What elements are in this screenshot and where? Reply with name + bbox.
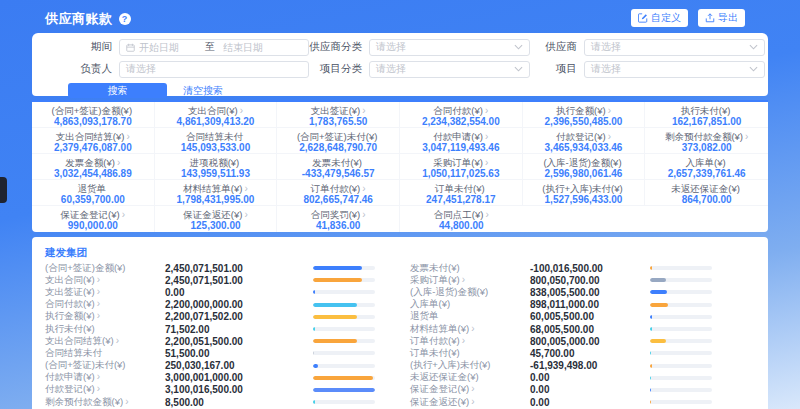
supplier-category-select[interactable]: 请选择 xyxy=(369,39,530,56)
end-date-input[interactable] xyxy=(223,42,281,53)
metric-bar xyxy=(650,339,712,343)
stat-cell: (合同+签证)金额(¥) 4,863,093,178.70 xyxy=(32,102,155,128)
group-name-link[interactable]: 建发集团 xyxy=(45,246,87,260)
stat-value: 3,465,934,033.46 xyxy=(523,142,645,154)
metric-value: 800,050,700.00 xyxy=(530,275,650,286)
chevron-right-icon: › xyxy=(471,383,474,394)
stat-value: 41,836.00 xyxy=(277,220,399,232)
metric-bar xyxy=(313,278,375,282)
metric-row[interactable]: 支出合同结算(¥)› 2,200,051,500.00 xyxy=(45,335,375,347)
stat-cell[interactable]: 保证金登记(¥)› 990,000.00 xyxy=(32,206,155,232)
chevron-right-icon: › xyxy=(116,335,119,346)
chevron-right-icon: › xyxy=(125,396,128,407)
stat-cell[interactable]: 材料结算单(¥)› 1,798,431,995.00 xyxy=(155,180,278,206)
metric-column-left: (合同+签证)金额(¥) 2,450,071,501.00 支出合同(¥)› 2… xyxy=(45,262,375,409)
chevron-right-icon: › xyxy=(117,157,120,168)
manager-label: 负责人 xyxy=(32,62,119,76)
project-category-select[interactable]: 请选择 xyxy=(369,61,530,78)
metric-label: 发票未付(¥) xyxy=(410,262,530,275)
stat-label: 剩余预付款金额(¥)› xyxy=(645,131,768,142)
metric-label: 付款登记(¥)› xyxy=(45,383,165,396)
stat-cell: 退货单 60,359,700.00 xyxy=(32,180,155,206)
manager-select[interactable]: 请选择 xyxy=(119,61,309,78)
search-button[interactable]: 搜索 xyxy=(68,83,167,98)
metric-row[interactable]: 订单付款(¥)› 800,005,000.00 xyxy=(410,335,712,347)
start-date-input[interactable] xyxy=(139,42,197,53)
metric-value: 0.00 xyxy=(530,372,650,383)
stat-cell[interactable]: 支出签证(¥)› 1,783,765.50 xyxy=(277,102,400,128)
metric-row[interactable]: 付款登记(¥)› 3,100,016,500.00 xyxy=(45,384,375,396)
project-select[interactable]: 请选择 xyxy=(584,61,765,78)
sidebar-collapse-handle[interactable] xyxy=(0,177,7,203)
stat-cell[interactable]: 订单付款(¥)› 802,665,747.46 xyxy=(277,180,400,206)
metric-label: 采购订单(¥)› xyxy=(410,274,530,287)
stat-cell[interactable]: 付款登记(¥)› 3,465,934,033.46 xyxy=(523,128,646,154)
metric-value: 2,200,071,502.00 xyxy=(165,311,313,322)
stat-cell[interactable]: 合同点工(¥)› 44,800.00 xyxy=(400,206,523,232)
metric-bar xyxy=(650,278,712,282)
stat-label: 付款登记(¥)› xyxy=(523,131,645,142)
metric-row: 未返还保证金(¥) 0.00 xyxy=(410,372,712,384)
metric-value: 60,005,500.00 xyxy=(530,311,650,322)
filter-panel: 期间 至 供应商分类 请选择 供应商 请选择 负责人 xyxy=(32,33,768,96)
stat-cell: 发票未付(¥) -433,479,546.57 xyxy=(277,154,400,180)
metric-value: 68,005,500.00 xyxy=(530,324,650,335)
supplier-select[interactable]: 请选择 xyxy=(584,39,765,56)
stat-cell[interactable]: 付款申请(¥)› 3,047,119,493.46 xyxy=(400,128,523,154)
stat-value: 864,700.00 xyxy=(645,194,768,206)
metric-row: (执行+入库)未付(¥) -61,939,498.00 xyxy=(410,360,712,372)
metric-label: 订单未付(¥) xyxy=(410,347,530,360)
metric-label: 订单付款(¥)› xyxy=(410,335,530,348)
stat-cell[interactable]: 执行金额(¥)› 2,396,550,485.00 xyxy=(523,102,646,128)
stat-cell[interactable]: 发票金额(¥)› 3,032,454,486.89 xyxy=(32,154,155,180)
metric-value: 800,005,000.00 xyxy=(530,336,650,347)
metric-row: 执行未付(¥) 71,502.00 xyxy=(45,323,375,335)
stat-label: 进项税额(¥) xyxy=(155,157,277,168)
help-icon[interactable]: ? xyxy=(119,13,131,25)
chevron-down-icon xyxy=(514,66,523,72)
metric-value: 3,100,016,500.00 xyxy=(165,384,313,395)
stat-cell: (入库-退货)金额(¥) 2,596,980,061.46 xyxy=(523,154,646,180)
customize-button[interactable]: 自定义 xyxy=(631,9,688,27)
metric-row[interactable]: 支出签证(¥)› 0.00 xyxy=(45,286,375,298)
metric-bar xyxy=(650,388,712,392)
stat-cell[interactable]: 剩余预付款金额(¥)› 373,082.00 xyxy=(645,128,768,154)
metric-row[interactable]: 材料结算单(¥)› 68,005,500.00 xyxy=(410,323,712,335)
metric-row[interactable]: 剩余预付款金额(¥)› 8,500.00 xyxy=(45,396,375,408)
metric-bar xyxy=(313,290,375,294)
stat-cell: (合同+签证)未付(¥) 2,628,648,790.70 xyxy=(277,128,400,154)
metric-row[interactable]: 保证金登记(¥)› 0.00 xyxy=(410,384,712,396)
clear-search-button[interactable]: 清空搜索 xyxy=(183,84,223,98)
metric-row[interactable]: 付款申请(¥)› 3,000,001,000.00 xyxy=(45,372,375,384)
stat-cell[interactable]: 合同付款(¥)› 2,234,382,554.00 xyxy=(400,102,523,128)
metric-label: 支出合同结算(¥)› xyxy=(45,335,165,348)
edit-icon xyxy=(638,13,648,23)
stat-label: (合同+签证)未付(¥) xyxy=(277,131,399,142)
chevron-right-icon: › xyxy=(485,105,488,116)
metric-row: 订单未付(¥) 45,700.00 xyxy=(410,347,712,359)
metric-label: (入库-退货)金额(¥) xyxy=(410,286,530,299)
metric-row[interactable]: 执行金额(¥)› 2,200,071,502.00 xyxy=(45,311,375,323)
metric-label: 退货单 xyxy=(410,310,530,323)
metric-bar xyxy=(650,376,712,380)
calendar-icon xyxy=(126,43,135,52)
chevron-right-icon: › xyxy=(97,298,100,309)
chevron-right-icon: › xyxy=(244,209,247,220)
metric-row[interactable]: 支出合同(¥)› 2,450,071,501.00 xyxy=(45,274,375,286)
stat-cell[interactable]: 保证金返还(¥)› 125,300.00 xyxy=(155,206,278,232)
stat-label: 合同结算未付 xyxy=(155,131,277,142)
stat-cell[interactable]: 支出合同结算(¥)› 2,379,476,087.00 xyxy=(32,128,155,154)
stat-cell: 订单未付(¥) 247,451,278.17 xyxy=(400,180,523,206)
export-button[interactable]: 导出 xyxy=(698,9,745,27)
metric-row[interactable]: 保证金返还(¥)› 0.00 xyxy=(410,396,712,408)
stat-cell[interactable]: 采购订单(¥)› 1,050,117,025.63 xyxy=(400,154,523,180)
chevron-right-icon: › xyxy=(485,157,488,168)
stat-value: 2,628,648,790.70 xyxy=(277,142,399,154)
metric-row[interactable]: 采购订单(¥)› 800,050,700.00 xyxy=(410,274,712,286)
stat-label: 合同奖罚(¥)› xyxy=(277,209,399,220)
stat-cell[interactable]: 支出合同(¥)› 4,861,309,413.20 xyxy=(155,102,278,128)
metric-row[interactable]: 合同付款(¥)› 2,200,000,000.00 xyxy=(45,299,375,311)
metric-bar xyxy=(313,303,375,307)
date-range-field[interactable]: 至 xyxy=(119,39,309,56)
stat-cell[interactable]: 合同奖罚(¥)› 41,836.00 xyxy=(277,206,400,232)
